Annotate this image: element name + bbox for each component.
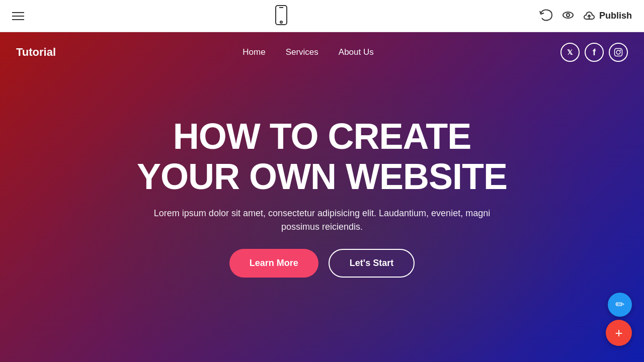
hero-title-line2: YOUR OWN WEBSITE <box>137 156 507 197</box>
nav-link-services[interactable]: Services <box>286 47 318 57</box>
svg-point-1 <box>280 21 282 23</box>
preview-icon[interactable] <box>561 8 575 24</box>
cloud-upload-icon <box>583 10 595 22</box>
nav-link-about-us[interactable]: About Us <box>339 47 374 57</box>
hero-buttons: Learn More Let's Start <box>229 249 415 278</box>
facebook-icon[interactable]: f <box>585 43 604 62</box>
svg-rect-6 <box>614 49 622 56</box>
fab-add-button[interactable]: + <box>606 320 632 346</box>
add-icon: + <box>615 326 622 339</box>
social-icons: 𝕏 f <box>560 43 628 62</box>
hamburger-menu-icon[interactable] <box>12 12 24 20</box>
hero-title: HOW TO CREATE YOUR OWN WEBSITE <box>137 117 507 196</box>
instagram-svg <box>614 48 623 57</box>
undo-icon[interactable] <box>539 8 553 24</box>
svg-point-7 <box>616 50 620 54</box>
instagram-icon[interactable] <box>609 43 628 62</box>
svg-rect-0 <box>276 6 287 25</box>
publish-button[interactable]: Publish <box>583 10 632 22</box>
svg-point-3 <box>563 12 573 18</box>
edit-icon: ✏ <box>615 299 624 310</box>
hero-content: HOW TO CREATE YOUR OWN WEBSITE Lorem ips… <box>121 117 523 277</box>
nav-links: Home Services About Us <box>243 47 373 57</box>
fab-edit-button[interactable]: ✏ <box>608 293 632 317</box>
svg-point-8 <box>620 50 621 51</box>
site-navigation: Tutorial Home Services About Us 𝕏 f <box>0 32 644 72</box>
site-logo: Tutorial <box>16 46 56 59</box>
toolbar: Publish <box>0 0 644 32</box>
hero-section: Tutorial Home Services About Us 𝕏 f <box>0 32 644 362</box>
nav-link-home[interactable]: Home <box>243 47 265 57</box>
publish-label: Publish <box>599 11 632 21</box>
hero-subtitle: Lorem ipsum dolor sit amet, consectetur … <box>146 207 498 234</box>
twitter-icon[interactable]: 𝕏 <box>560 43 580 62</box>
hero-title-line1: HOW TO CREATE <box>173 116 471 156</box>
lets-start-button[interactable]: Let's Start <box>329 249 415 278</box>
mobile-preview-icon[interactable] <box>274 5 288 27</box>
svg-point-4 <box>567 14 570 17</box>
learn-more-button[interactable]: Learn More <box>229 249 318 278</box>
website-preview: Tutorial Home Services About Us 𝕏 f <box>0 32 644 362</box>
